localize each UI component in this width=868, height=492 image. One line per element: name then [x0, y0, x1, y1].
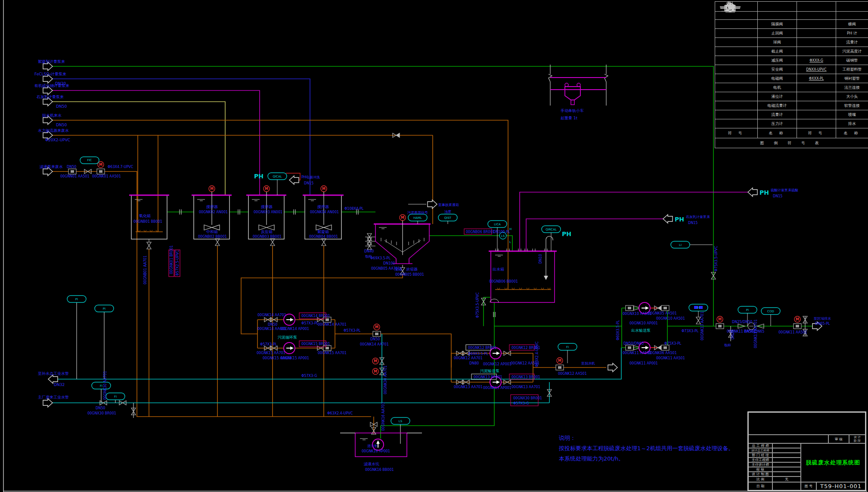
legend-name: 电磁阀: [758, 74, 797, 83]
svg-text:搅拌器: 搅拌器: [317, 205, 329, 209]
tank-name: 絮凝箱: [317, 230, 329, 234]
input-label: 滤液泵来废水: [39, 165, 63, 169]
svg-text:00GNK11 AA701: 00GNK11 AA701: [754, 319, 758, 348]
svg-text:DN15: DN15: [304, 181, 313, 185]
input-label: 水力旋流器来废水: [38, 128, 69, 133]
notes-head: 说明：: [559, 433, 734, 443]
legend-row: 球阀F流量计: [715, 38, 868, 47]
svg-text:PI: PI: [103, 307, 105, 311]
pump-name: 潜污泵: [367, 444, 378, 448]
svg-text:石灰乳计量泵来: 石灰乳计量泵来: [686, 215, 710, 219]
tank-name: 澄清、浓缩器: [394, 267, 418, 271]
drawing-number: T59-H01-001: [816, 482, 865, 490]
svg-text:FI: FI: [566, 346, 569, 349]
input-label: FeCLSO₄计量泵来: [34, 72, 66, 76]
legend-name: 软管连接: [836, 101, 868, 110]
svg-text:Φ75X3-PL: Φ75X3-PL: [664, 342, 682, 346]
svg-text:手动单轨小车: 手动单轨小车: [561, 109, 584, 113]
svg-text:00GNK13 AA701: 00GNK13 AA701: [512, 385, 540, 389]
svg-text:L: L: [509, 240, 511, 244]
svg-text:硫酸计量泵来硫酸: 硫酸计量泵来硫酸: [771, 188, 798, 192]
legend-name: 钢衬塑管: [836, 74, 868, 83]
legend-row: 电磁阀ΦXXX-PL钢衬塑管: [715, 74, 868, 83]
svg-text:00GNK12 AA701: 00GNK12 AA701: [454, 356, 483, 360]
svg-text:00GNK13 AA701: 00GNK13 AA701: [454, 385, 483, 389]
svg-text:M: M: [374, 359, 377, 363]
svg-text:FI: FI: [697, 306, 700, 310]
svg-text:M: M: [265, 187, 268, 191]
tank-name: 反应箱: [261, 230, 273, 234]
tb-stage: 设 计 阶 段: [849, 435, 865, 443]
svg-text:00GNK13 AA701: 00GNK13 AA701: [701, 311, 704, 340]
svg-text:M: M: [401, 216, 404, 220]
svg-text:00GNK15 AA701: 00GNK15 AA701: [257, 351, 285, 355]
svg-text:Φ57X3-PL: Φ57X3-PL: [260, 343, 277, 346]
tb-row-value: [772, 482, 801, 490]
svg-text:Φ57X3-PL: Φ57X3-PL: [301, 321, 319, 325]
tb-row-label: 主任设计师: [748, 462, 772, 467]
legend-name: 安全阀: [758, 65, 797, 74]
pipes-green: [53, 66, 812, 439]
legend-name: 液位计: [758, 92, 797, 101]
svg-text:QIRCAL: QIRCAL: [546, 228, 557, 231]
svg-text:00GNK05 AA501: 00GNK05 AA501: [648, 311, 677, 315]
svg-text:Φ57X2.5-UPVC: Φ57X2.5-UPVC: [176, 250, 180, 276]
svg-text:浊度: 浊度: [444, 210, 451, 214]
svg-text:PI: PI: [746, 308, 749, 312]
svg-text:00GNN01 AA501: 00GNN01 AA501: [60, 174, 90, 178]
svg-text:COD: COD: [767, 310, 774, 313]
svg-text:00GNB04 BB001: 00GNB04 BB001: [309, 235, 338, 239]
tb-row-label: 校 核: [748, 467, 772, 472]
svg-text:M: M: [210, 187, 214, 191]
notes-line: 本系统处理能力为20t/h。: [559, 454, 734, 464]
svg-text:00GNK15 BR001: 00GNK15 BR001: [301, 342, 330, 346]
tb-row-label: 日 期: [748, 482, 772, 490]
tank-name: 出水箱: [493, 267, 504, 271]
legend-name: 电机: [758, 83, 797, 92]
legend-name: 止回阀: [758, 29, 797, 38]
svg-text:DN10: DN10: [539, 254, 542, 264]
input-label: 主厂房来工业水管: [38, 395, 69, 399]
tank-name: 氧化箱: [139, 214, 151, 218]
labels: 絮凝剂计量泵来 FeCLSO₄计量泵来 DN20 有机硫化物计量泵来 石灰乳计量…: [34, 59, 831, 472]
svg-text:00GNB06 BB001: 00GNB06 BB001: [489, 280, 518, 283]
svg-text:00GNK15 AP001: 00GNK15 AP001: [281, 356, 309, 360]
legend-name: 排水: [836, 119, 868, 128]
tb-row-label: 总 工 程 师: [748, 443, 772, 448]
svg-text:00GNK11 AA501: 00GNK11 AA501: [623, 351, 651, 355]
svg-text:M: M: [718, 318, 722, 321]
svg-text:M: M: [374, 370, 377, 374]
notes-line: 按投标要求本工程脱硫废水处理1～2机组共用一套脱硫废水处理设备。: [559, 443, 734, 454]
output-label: 至补水点工业水管: [38, 371, 69, 376]
legend-name: 工程塑料管: [836, 65, 868, 74]
svg-text:00GNB01 BB001: 00GNB01 BB001: [133, 220, 162, 224]
input-label: 脱水机来水: [42, 113, 62, 118]
svg-text:PH: PH: [760, 189, 769, 196]
svg-text:M: M: [99, 163, 102, 167]
tb-scale-value: 无: [772, 476, 801, 482]
svg-text:DN25/DN50: DN25/DN50: [732, 320, 752, 324]
tb-row-value: [772, 448, 801, 453]
legend-name: 截止阀: [758, 47, 797, 56]
svg-text:PI: PI: [75, 298, 78, 301]
svg-text:DN50/DN65: DN50/DN65: [623, 342, 644, 346]
svg-text:FI: FI: [100, 384, 102, 388]
svg-text:00GNX30 BR001: 00GNX30 BR001: [87, 411, 116, 415]
svg-text:DN50: DN50: [56, 104, 67, 109]
svg-text:00GNK04 AN001: 00GNK04 AN001: [310, 210, 339, 214]
svg-text:LICA: LICA: [494, 223, 501, 226]
cad-canvas: 絮凝剂计量泵来 FeCLSO₄计量泵来 DN20 有机硫化物计量泵来 石灰乳计量…: [0, 0, 868, 492]
svg-text:DN15: DN15: [773, 194, 782, 198]
pipes-white: [77, 204, 805, 444]
svg-text:00GNK16 AA701: 00GNK16 AA701: [381, 402, 385, 431]
legend-row: 安全阀DNXX-UPVC工程塑料管: [715, 65, 868, 74]
svg-text:00GNK01 BR001: 00GNK01 BR001: [170, 245, 174, 274]
svg-text:Φ57X3-PL: Φ57X3-PL: [344, 329, 361, 333]
svg-text:00GNK14 AA701: 00GNK14 AA701: [257, 313, 286, 317]
svg-text:Φ60X3.5-PL: Φ60X3.5-PL: [616, 320, 620, 340]
svg-text:DN50: DN50: [96, 406, 105, 410]
svg-text:00GNK13 BR001: 00GNK13 BR001: [474, 375, 502, 379]
tb-row-value: [772, 462, 801, 467]
svg-text:00GNX30 BR001: 00GNX30 BR001: [513, 396, 542, 400]
pipe-code: DNXX-UPVC: [806, 68, 826, 72]
